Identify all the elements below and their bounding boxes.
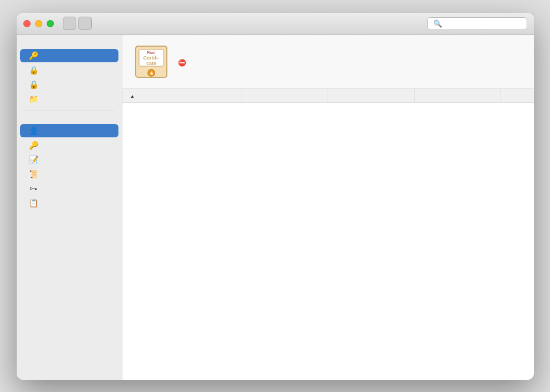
sidebar-item-secure-notes[interactable]: 📝 bbox=[20, 153, 118, 166]
svg-text:★: ★ bbox=[149, 71, 153, 76]
col-date[interactable] bbox=[328, 89, 414, 103]
search-icon: 🔍 bbox=[433, 19, 442, 28]
sidebar-item-login[interactable]: 🔑 bbox=[20, 49, 118, 62]
my-certs-icon: 📜 bbox=[29, 170, 38, 178]
all-items-icon: 👤 bbox=[29, 126, 38, 135]
warning-icon: ⛔ bbox=[178, 59, 186, 67]
local-items-icon: 🔒 bbox=[29, 66, 38, 75]
info-button[interactable] bbox=[78, 17, 92, 30]
items-table: ▲ bbox=[122, 89, 534, 103]
col-expires[interactable] bbox=[414, 89, 501, 103]
category-label bbox=[17, 116, 122, 123]
sidebar-item-my-certificates[interactable]: 📜 bbox=[20, 167, 118, 181]
sidebar-item-passwords[interactable]: 🔑 bbox=[20, 138, 118, 152]
sidebar-item-certificates[interactable]: 📋 bbox=[20, 196, 118, 210]
sidebar-item-all-items[interactable]: 👤 bbox=[20, 124, 118, 137]
search-input[interactable] bbox=[445, 19, 521, 28]
sidebar-divider bbox=[23, 111, 115, 111]
main-content: Certifi- cate ★ Root ⛔ bbox=[122, 35, 534, 380]
system-roots-icon: 📁 bbox=[29, 95, 38, 103]
sidebar-item-local-items[interactable]: 🔒 bbox=[20, 63, 118, 77]
close-button[interactable] bbox=[23, 20, 31, 27]
svg-text:Root: Root bbox=[147, 51, 155, 54]
minimize-button[interactable] bbox=[35, 20, 42, 27]
traffic-lights bbox=[23, 20, 54, 27]
table-header-row: ▲ bbox=[122, 89, 534, 103]
keychains-label bbox=[17, 41, 122, 48]
svg-text:cate: cate bbox=[146, 61, 156, 66]
maximize-button[interactable] bbox=[47, 20, 54, 27]
table-container[interactable]: ▲ bbox=[122, 89, 534, 380]
search-box[interactable]: 🔍 bbox=[427, 17, 527, 30]
sort-arrow-icon: ▲ bbox=[130, 93, 135, 99]
certificates-icon: 📋 bbox=[29, 199, 38, 207]
col-keychain[interactable] bbox=[501, 89, 534, 103]
detail-info: ⛔ bbox=[178, 57, 523, 67]
sidebar-item-system-roots[interactable]: 📁 bbox=[20, 92, 118, 106]
svg-text:Certifi-: Certifi- bbox=[143, 55, 159, 61]
sidebar-item-keys[interactable]: 🗝 bbox=[20, 182, 118, 195]
col-name[interactable]: ▲ bbox=[122, 89, 241, 103]
passwords-icon: 🔑 bbox=[29, 141, 38, 150]
detail-header: Certifi- cate ★ Root ⛔ bbox=[122, 35, 534, 89]
main-window: 🔍 🔑 🔒 🔒 📁 bbox=[17, 13, 534, 380]
detail-warning: ⛔ bbox=[178, 59, 523, 67]
titlebar: 🔍 bbox=[17, 13, 534, 35]
keys-icon: 🗝 bbox=[29, 184, 38, 193]
content-area: 🔑 🔒 🔒 📁 👤 🔑 bbox=[17, 35, 534, 380]
sidebar: 🔑 🔒 🔒 📁 👤 🔑 bbox=[17, 35, 122, 380]
col-kind[interactable] bbox=[241, 89, 328, 103]
login-icon: 🔑 bbox=[29, 51, 38, 60]
sidebar-item-system[interactable]: 🔒 bbox=[20, 78, 118, 91]
cert-icon: Certifi- cate ★ Root bbox=[133, 44, 169, 80]
system-icon: 🔒 bbox=[29, 80, 38, 89]
add-button[interactable] bbox=[63, 17, 76, 30]
secure-notes-icon: 📝 bbox=[29, 155, 38, 164]
